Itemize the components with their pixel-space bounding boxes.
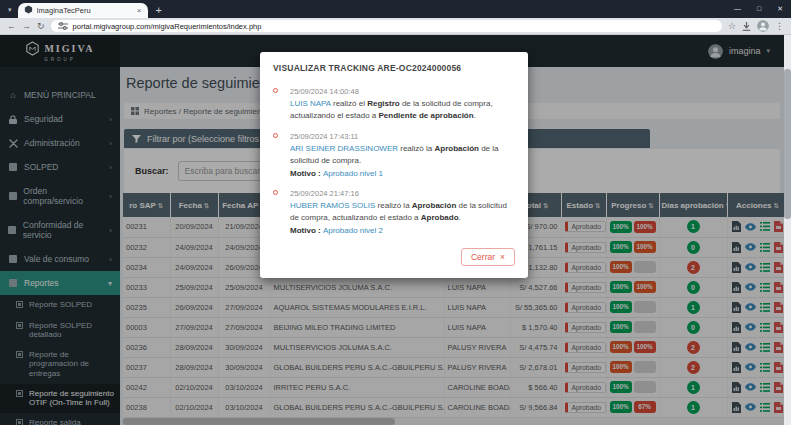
tracking-event: 25/09/2024 21:47:16HUBER RAMOS SOLIS rea…: [273, 189, 515, 237]
browser-toolbar: ← → ↻ portal.migivagroup.com/migivaReque…: [0, 18, 791, 35]
tracking-modal: VISUALIZAR TRACKING ARE-OC2024000056 25/…: [260, 52, 528, 278]
new-tab-button[interactable]: +: [148, 4, 170, 18]
browser-tab-strip: ▾ ImaginaTecPeru × + — □ ✕: [0, 0, 791, 18]
vertical-scrollbar[interactable]: [784, 35, 791, 425]
event-highlight: Pendiente de aprobación: [379, 111, 474, 120]
window-close-button[interactable]: ✕: [769, 0, 791, 18]
tab-close-icon[interactable]: ×: [137, 6, 142, 15]
tracking-timeline: 25/09/2024 14:00:48LUIS NAPA realizó el …: [273, 87, 515, 237]
browser-profile-icon[interactable]: [757, 20, 769, 32]
menu-dots-icon[interactable]: ⋮: [775, 21, 784, 31]
event-text: realizó la: [398, 144, 434, 153]
screen: ▾ ImaginaTecPeru × + — □ ✕ ← → ↻ portal.…: [0, 0, 791, 425]
event-highlight: Motivo :: [290, 226, 323, 235]
event-timestamp: 25/09/2024 14:00:48: [290, 87, 515, 96]
back-button[interactable]: ←: [7, 21, 16, 31]
event-description: HUBER RAMOS SOLIS realizó la Aprobación …: [290, 200, 515, 237]
timeline-dot-icon: [273, 88, 278, 93]
browser-tab[interactable]: ImaginaTecPeru ×: [18, 3, 148, 18]
event-highlight: Aprobación: [434, 144, 478, 153]
event-highlight: Motivo :: [290, 169, 323, 178]
event-text: .: [474, 111, 476, 120]
event-text: .: [459, 213, 461, 222]
tracking-link[interactable]: Aprobado nivel 2: [323, 226, 383, 235]
event-highlight: Registro: [367, 99, 399, 108]
download-icon[interactable]: [742, 22, 751, 31]
forward-button[interactable]: →: [22, 21, 31, 31]
site-favicon-icon: [24, 5, 33, 16]
window-maximize-button[interactable]: □: [749, 0, 769, 18]
event-description: LUIS NAPA realizó el Registro de la soli…: [290, 98, 515, 123]
url-text: portal.migivagroup.com/migivaRequerimien…: [73, 22, 262, 31]
event-highlight: Aprobado: [421, 213, 459, 222]
reload-button[interactable]: ↻: [37, 21, 45, 31]
event-text: realizó la: [375, 201, 411, 210]
event-timestamp: 25/09/2024 21:47:16: [290, 189, 515, 198]
event-timestamp: 25/09/2024 17:43:11: [290, 132, 515, 141]
tab-search-chevron-icon[interactable]: ▾: [0, 6, 18, 18]
close-modal-button[interactable]: Cerrar×: [461, 248, 515, 266]
tracking-link[interactable]: ARI SEINER DRASSINOWER: [290, 144, 398, 153]
star-icon[interactable]: ☆: [728, 21, 736, 31]
event-description: ARI SEINER DRASSINOWER realizó la Aproba…: [290, 143, 515, 180]
tab-title: ImaginaTecPeru: [37, 6, 133, 15]
tracking-link[interactable]: LUIS NAPA: [290, 99, 331, 108]
tracking-link[interactable]: Aprobado nivel 1: [323, 169, 383, 178]
site-info-icon[interactable]: [58, 22, 68, 30]
modal-title: VISUALIZAR TRACKING ARE-OC2024000056: [273, 63, 515, 73]
event-text: realizó el: [331, 99, 367, 108]
tracking-event: 25/09/2024 17:43:11ARI SEINER DRASSINOWE…: [273, 132, 515, 180]
event-highlight: Aprobación: [412, 201, 456, 210]
timeline-dot-icon: [273, 190, 278, 195]
window-minimize-button[interactable]: —: [726, 0, 749, 18]
vertical-scrollbar-thumb[interactable]: [784, 69, 791, 219]
tracking-link[interactable]: HUBER RAMOS SOLIS: [290, 201, 375, 210]
address-bar[interactable]: portal.migivagroup.com/migivaRequerimien…: [51, 20, 722, 32]
close-x-icon: ×: [500, 252, 505, 262]
timeline-dot-icon: [273, 133, 278, 138]
tracking-event: 25/09/2024 14:00:48LUIS NAPA realizó el …: [273, 87, 515, 123]
